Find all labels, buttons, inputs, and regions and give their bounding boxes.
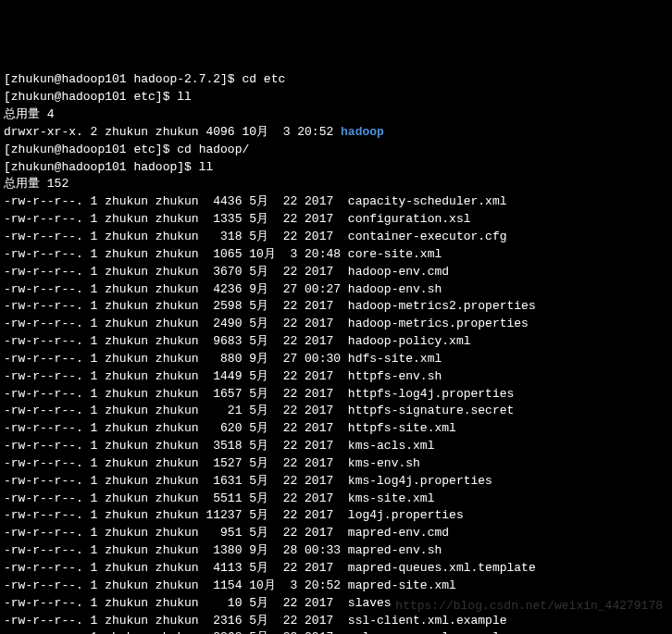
file-name: hadoop-policy.xml [348, 334, 471, 348]
file-row: -rw-r--r--. 1 zhukun zhukun 318 5月 22 20… [4, 229, 668, 246]
prompt-line: [zhukun@hadoop101 etc]$ cd hadoop/ [4, 142, 668, 159]
file-name: capacity-scheduler.xml [348, 194, 507, 208]
file-name: slaves [348, 596, 392, 610]
file-name: httpfs-signature.secret [348, 404, 514, 417]
file-row: -rw-r--r--. 1 zhukun zhukun 4113 5月 22 2… [4, 560, 668, 578]
watermark-text: https://blog.csdn.net/weixin_44279178 [395, 598, 663, 615]
total-line: 总用量 152 [4, 176, 668, 193]
file-row: -rw-r--r--. 1 zhukun zhukun 2490 5月 22 2… [4, 316, 668, 333]
prompt-line: [zhukun@hadoop101 hadoop-2.7.2]$ cd etc [4, 71, 668, 89]
file-name: log4j.properties [348, 508, 464, 522]
file-row: -rw-r--r--. 1 zhukun zhukun 11237 5月 22 … [4, 507, 668, 525]
file-row: -rw-r--r--. 1 zhukun zhukun 1527 5月 22 2… [4, 455, 668, 473]
file-name: hadoop-env.cmd [348, 265, 449, 279]
file-name: container-executor.cfg [348, 230, 507, 243]
file-name: kms-acls.xml [348, 439, 435, 453]
file-name: hadoop-metrics.properties [348, 317, 529, 330]
file-name: httpfs-env.sh [348, 369, 442, 383]
file-row: -rw-r--r--. 1 zhukun zhukun 880 9月 27 00… [4, 351, 668, 368]
file-row: -rw-r--r--. 1 zhukun zhukun 2598 5月 22 2… [4, 298, 668, 316]
file-row: -rw-r--r--. 1 zhukun zhukun 620 5月 22 20… [4, 420, 668, 438]
file-name: httpfs-site.xml [348, 421, 456, 435]
file-name: kms-site.xml [348, 491, 435, 505]
file-name: mapred-queues.xml.template [348, 561, 536, 575]
file-name: mapred-env.cmd [348, 526, 449, 540]
file-name: kms-log4j.properties [348, 474, 492, 488]
file-row: -rw-r--r--. 1 zhukun zhukun 1631 5月 22 2… [4, 473, 668, 491]
file-row: drwxr-xr-x. 2 zhukun zhukun 4096 10月 3 2… [4, 124, 668, 142]
file-row: -rw-r--r--. 1 zhukun zhukun 4436 5月 22 2… [4, 193, 668, 211]
terminal-output[interactable]: [zhukun@hadoop101 hadoop-2.7.2]$ cd etc[… [4, 71, 668, 634]
file-row: -rw-r--r--. 1 zhukun zhukun 3518 5月 22 2… [4, 438, 668, 455]
file-row: -rw-r--r--. 1 zhukun zhukun 1335 5月 22 2… [4, 211, 668, 229]
file-row: -rw-r--r--. 1 zhukun zhukun 5511 5月 22 2… [4, 491, 668, 508]
file-row: -rw-r--r--. 1 zhukun zhukun 1380 9月 28 0… [4, 542, 668, 560]
file-row: -rw-r--r--. 1 zhukun zhukun 4236 9月 27 0… [4, 281, 668, 299]
prompt-line: [zhukun@hadoop101 etc]$ ll [4, 89, 668, 106]
file-row: -rw-r--r--. 1 zhukun zhukun 2268 5月 22 2… [4, 629, 668, 634]
file-name: kms-env.sh [348, 456, 420, 470]
file-name: httpfs-log4j.properties [348, 387, 514, 401]
file-row: -rw-r--r--. 1 zhukun zhukun 9683 5月 22 2… [4, 333, 668, 351]
file-name: configuration.xsl [348, 212, 471, 226]
file-row: -rw-r--r--. 1 zhukun zhukun 1065 10月 3 2… [4, 246, 668, 264]
file-name: ssl-server.xml.example [348, 630, 507, 634]
directory-name: hadoop [341, 125, 384, 139]
file-name: hadoop-metrics2.properties [348, 299, 536, 313]
file-name: mapred-site.xml [348, 578, 456, 592]
file-name: core-site.xml [348, 247, 442, 261]
file-name: hdfs-site.xml [348, 352, 442, 366]
file-row: -rw-r--r--. 1 zhukun zhukun 1449 5月 22 2… [4, 368, 668, 386]
file-row: -rw-r--r--. 1 zhukun zhukun 21 5月 22 201… [4, 403, 668, 420]
file-name: hadoop-env.sh [348, 282, 442, 296]
file-row: -rw-r--r--. 1 zhukun zhukun 951 5月 22 20… [4, 525, 668, 542]
file-name: mapred-env.sh [348, 543, 442, 557]
file-row: -rw-r--r--. 1 zhukun zhukun 3670 5月 22 2… [4, 264, 668, 281]
total-line: 总用量 4 [4, 106, 668, 124]
file-row: -rw-r--r--. 1 zhukun zhukun 1154 10月 3 2… [4, 578, 668, 595]
prompt-line: [zhukun@hadoop101 hadoop]$ ll [4, 159, 668, 177]
file-row: -rw-r--r--. 1 zhukun zhukun 1657 5月 22 2… [4, 386, 668, 404]
